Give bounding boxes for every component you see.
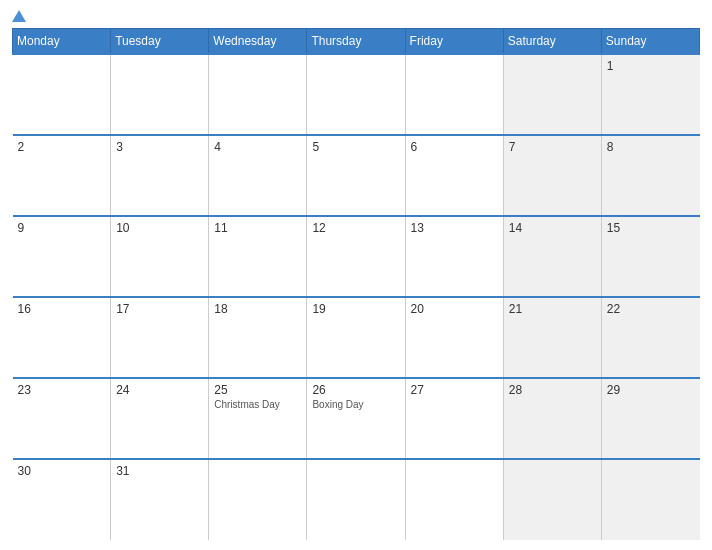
calendar-day-cell: 6 [405,135,503,216]
calendar-day-cell [503,54,601,135]
weekday-header-saturday: Saturday [503,29,601,55]
calendar-table: MondayTuesdayWednesdayThursdayFridaySatu… [12,28,700,540]
calendar-day-cell: 31 [111,459,209,540]
calendar-day-cell: 17 [111,297,209,378]
calendar-day-cell: 14 [503,216,601,297]
logo [12,10,102,22]
weekday-header-sunday: Sunday [601,29,699,55]
day-number: 21 [509,302,596,316]
day-number: 9 [18,221,106,235]
day-number: 27 [411,383,498,397]
calendar-day-cell: 7 [503,135,601,216]
logo-triangle-icon [12,10,26,22]
day-number: 26 [312,383,399,397]
calendar-day-cell: 2 [13,135,111,216]
calendar-day-cell [503,459,601,540]
day-number: 6 [411,140,498,154]
calendar-day-cell [601,459,699,540]
day-number: 2 [18,140,106,154]
calendar-week-row: 232425Christmas Day26Boxing Day272829 [13,378,700,459]
day-number: 28 [509,383,596,397]
calendar-day-cell: 22 [601,297,699,378]
calendar-day-cell [111,54,209,135]
calendar-day-cell: 24 [111,378,209,459]
day-number: 24 [116,383,203,397]
day-number: 19 [312,302,399,316]
calendar-day-cell: 10 [111,216,209,297]
calendar-header [12,10,700,22]
calendar-day-cell: 13 [405,216,503,297]
day-number: 7 [509,140,596,154]
calendar-day-cell: 4 [209,135,307,216]
calendar-day-cell: 20 [405,297,503,378]
calendar-day-cell: 21 [503,297,601,378]
calendar-day-cell: 23 [13,378,111,459]
calendar-day-cell: 18 [209,297,307,378]
weekday-header-row: MondayTuesdayWednesdayThursdayFridaySatu… [13,29,700,55]
calendar-day-cell [307,54,405,135]
calendar-day-cell [405,54,503,135]
day-number: 22 [607,302,695,316]
calendar-week-row: 1 [13,54,700,135]
calendar-day-cell: 15 [601,216,699,297]
day-number: 30 [18,464,106,478]
day-number: 14 [509,221,596,235]
day-event: Boxing Day [312,399,399,410]
day-number: 17 [116,302,203,316]
calendar-day-cell: 28 [503,378,601,459]
calendar-day-cell: 29 [601,378,699,459]
day-number: 12 [312,221,399,235]
day-number: 13 [411,221,498,235]
day-number: 31 [116,464,203,478]
weekday-header-wednesday: Wednesday [209,29,307,55]
day-number: 8 [607,140,695,154]
calendar-page: MondayTuesdayWednesdayThursdayFridaySatu… [0,0,712,550]
calendar-day-cell: 26Boxing Day [307,378,405,459]
calendar-day-cell [405,459,503,540]
day-number: 20 [411,302,498,316]
day-number: 5 [312,140,399,154]
calendar-day-cell: 19 [307,297,405,378]
calendar-day-cell: 1 [601,54,699,135]
day-number: 11 [214,221,301,235]
day-number: 10 [116,221,203,235]
calendar-day-cell [209,54,307,135]
calendar-day-cell: 3 [111,135,209,216]
calendar-day-cell: 12 [307,216,405,297]
calendar-week-row: 2345678 [13,135,700,216]
calendar-day-cell [209,459,307,540]
day-event: Christmas Day [214,399,301,410]
calendar-week-row: 3031 [13,459,700,540]
day-number: 29 [607,383,695,397]
calendar-day-cell: 25Christmas Day [209,378,307,459]
day-number: 16 [18,302,106,316]
calendar-day-cell: 16 [13,297,111,378]
calendar-day-cell [307,459,405,540]
calendar-day-cell: 11 [209,216,307,297]
calendar-week-row: 9101112131415 [13,216,700,297]
day-number: 3 [116,140,203,154]
calendar-day-cell: 5 [307,135,405,216]
calendar-week-row: 16171819202122 [13,297,700,378]
day-number: 18 [214,302,301,316]
day-number: 1 [607,59,695,73]
day-number: 25 [214,383,301,397]
calendar-day-cell: 9 [13,216,111,297]
weekday-header-monday: Monday [13,29,111,55]
weekday-header-thursday: Thursday [307,29,405,55]
calendar-day-cell [13,54,111,135]
calendar-day-cell: 8 [601,135,699,216]
day-number: 23 [18,383,106,397]
calendar-day-cell: 30 [13,459,111,540]
day-number: 4 [214,140,301,154]
weekday-header-tuesday: Tuesday [111,29,209,55]
calendar-day-cell: 27 [405,378,503,459]
day-number: 15 [607,221,695,235]
weekday-header-friday: Friday [405,29,503,55]
